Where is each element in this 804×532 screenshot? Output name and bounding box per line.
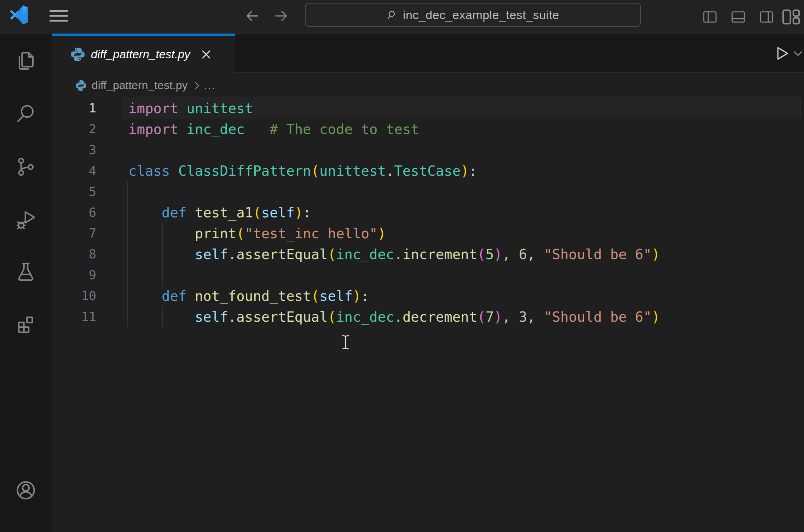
arrow-right-icon[interactable] [273, 8, 289, 24]
code-text[interactable]: def test_a1(self): [128, 202, 311, 223]
code-text[interactable]: import inc_dec # The code to test [128, 119, 419, 140]
account-icon[interactable] [0, 471, 52, 510]
code-text[interactable]: self.assertEqual(inc_dec.increment(5), 6… [128, 244, 660, 265]
line-number: 2 [64, 119, 96, 140]
layout-controls [696, 0, 804, 34]
editor-tab-strip: diff_pattern_test.py [52, 34, 804, 73]
editor-actions [771, 34, 804, 73]
code-line-1[interactable]: 1import unittest [52, 98, 804, 119]
chevron-right-icon [191, 80, 202, 91]
line-number: 3 [64, 140, 96, 160]
line-number: 9 [64, 265, 96, 286]
code-text[interactable]: self.assertEqual(inc_dec.decrement(7), 3… [128, 306, 660, 327]
search-sidebar-icon[interactable] [0, 94, 52, 133]
testing-beaker-icon[interactable] [0, 253, 52, 292]
hamburger-menu-icon[interactable] [49, 8, 69, 24]
run-play-icon[interactable] [771, 43, 792, 64]
files-explorer-icon[interactable] [0, 41, 52, 80]
line-number: 5 [64, 181, 96, 202]
chevron-down-icon[interactable] [792, 43, 804, 64]
activity-bar [0, 34, 52, 532]
line-number: 11 [64, 306, 96, 327]
breadcrumb-file[interactable]: diff_pattern_test.py [92, 79, 188, 92]
code-line-8[interactable]: 8 self.assertEqual(inc_dec.increment(5),… [52, 244, 804, 265]
toggle-secondary-sidebar-icon[interactable] [752, 6, 781, 28]
line-number: 6 [64, 202, 96, 223]
customize-layout-icon[interactable] [781, 6, 804, 28]
tab-diff-pattern-test[interactable]: diff_pattern_test.py [52, 34, 235, 73]
python-file-icon [75, 79, 87, 92]
line-number: 1 [64, 98, 96, 119]
code-line-7[interactable]: 7 print("test_inc hello") [52, 223, 804, 244]
run-debug-icon[interactable] [0, 200, 52, 239]
code-line-3[interactable]: 3 [52, 140, 804, 160]
code-text[interactable]: class ClassDiffPattern(unittest.TestCase… [128, 160, 477, 181]
line-number: 4 [64, 160, 96, 181]
breadcrumb: diff_pattern_test.py ... [52, 73, 804, 98]
code-line-6[interactable]: 6 def test_a1(self): [52, 202, 804, 223]
python-file-icon [70, 46, 86, 63]
code-line-10[interactable]: 10 def not_found_test(self): [52, 286, 804, 306]
code-text[interactable]: def not_found_test(self): [128, 286, 369, 306]
toggle-panel-icon[interactable] [724, 6, 752, 28]
search-icon [387, 9, 398, 21]
code-line-9[interactable]: 9 [52, 265, 804, 286]
line-number: 8 [64, 244, 96, 265]
vscode-logo-icon [9, 4, 29, 25]
line-number: 7 [64, 223, 96, 244]
command-center-search[interactable]: inc_dec_example_test_suite [305, 3, 641, 27]
vscode-window: inc_dec_example_test_suite [0, 0, 804, 532]
line-number: 10 [64, 286, 96, 306]
search-query: inc_dec_example_test_suite [403, 8, 559, 22]
titlebar: inc_dec_example_test_suite [0, 0, 804, 34]
breadcrumb-ellipsis[interactable]: ... [204, 79, 216, 92]
code-text[interactable]: print("test_inc hello") [128, 223, 386, 244]
toggle-primary-sidebar-icon[interactable] [696, 6, 724, 28]
code-line-4[interactable]: 4class ClassDiffPattern(unittest.TestCas… [52, 160, 804, 181]
code-line-11[interactable]: 11 self.assertEqual(inc_dec.decrement(7)… [52, 306, 804, 327]
code-editor[interactable]: 1import unittest2import inc_dec # The co… [52, 98, 804, 532]
python-snake-icon[interactable] [0, 520, 52, 532]
code-line-2[interactable]: 2import inc_dec # The code to test [52, 119, 804, 140]
ibeam-cursor [341, 334, 350, 350]
source-control-icon[interactable] [0, 147, 52, 186]
arrow-left-icon[interactable] [244, 8, 260, 24]
tab-label: diff_pattern_test.py [91, 48, 190, 61]
code-line-5[interactable]: 5 [52, 181, 804, 202]
code-text[interactable]: import unittest [128, 98, 253, 119]
extensions-icon[interactable] [0, 306, 52, 345]
close-icon[interactable] [199, 48, 213, 61]
